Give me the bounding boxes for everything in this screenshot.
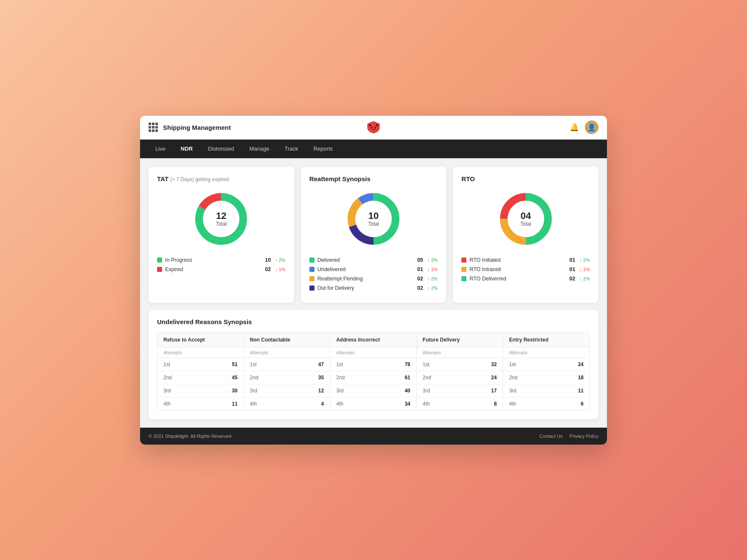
legend-reattempt-pending: Reattempt Pending 02 ↑ 2%: [309, 276, 438, 282]
legend-undelivered: Undelivered 01 ↓ 1%: [309, 266, 438, 272]
delivered-label: Delivered: [317, 257, 340, 263]
col-future-header: Future Delivery: [417, 333, 503, 347]
footer-contact[interactable]: Contact Us: [539, 434, 562, 439]
col-noncontact-row-3: 3rd12: [244, 384, 330, 398]
rto-legend: RTO Initiated 01 ↑ 2% RTO Intransit: [461, 257, 590, 285]
legend-item-expired: Expired 02 ↓ 1%: [157, 266, 286, 272]
col-address-row-3: 3rd40: [330, 384, 416, 398]
inprogress-dot: [157, 258, 162, 263]
expired-change: ↓ 1%: [275, 267, 285, 272]
svg-point-1: [374, 127, 376, 129]
rto-donut-wrapper: 04 Total RTO Initiated 01 ↑: [461, 189, 590, 285]
undelivered-count: 01: [415, 266, 423, 272]
col-refuse-row-3: 3rd30: [157, 384, 244, 398]
avatar[interactable]: 👤: [585, 120, 598, 134]
tat-card-subtitle: (> 7 Days) getting expired: [170, 176, 229, 182]
col-address: Address Incorrect Attempts 1st78 2nd61 3…: [330, 333, 417, 410]
legend-rto-intransit: RTO Intransit 01 ↓ 1%: [461, 266, 590, 272]
out-for-delivery-dot: [309, 286, 315, 291]
delivered-change: ↑ 2%: [427, 258, 438, 263]
nav-manage[interactable]: Manage: [242, 143, 276, 154]
reattempt-donut-label: 10 Total: [368, 210, 379, 227]
header-right: 🔔 👤: [570, 120, 598, 134]
notification-icon[interactable]: 🔔: [570, 123, 579, 132]
rto-donut-label: 04 Total: [520, 210, 531, 227]
nav-reports[interactable]: Reports: [306, 143, 340, 154]
inprogress-change: ↑ 2%: [275, 258, 285, 263]
undelivered-label: Undelivered: [317, 266, 346, 272]
grid-menu-icon[interactable]: [149, 123, 158, 132]
expired-label: Expired: [165, 266, 183, 272]
rto-donut: 04 Total: [496, 189, 556, 249]
inprogress-label: In Progress: [165, 257, 192, 263]
col-entry-row-3: 3rd11: [503, 384, 590, 398]
nav-live[interactable]: Live: [149, 143, 172, 154]
out-for-delivery-change: ↑ 2%: [427, 286, 438, 291]
col-refuse-row-1: 1st51: [157, 358, 244, 371]
footer-privacy[interactable]: Privacy Policy: [570, 434, 598, 439]
rto-intransit-dot: [461, 267, 466, 272]
col-future: Future Delivery Attempts 1st32 2nd24 3rd…: [417, 333, 503, 410]
col-entry-row-1: 1st24: [503, 358, 590, 371]
svg-point-0: [371, 127, 373, 129]
legend-delivered: Delivered 05 ↑ 2%: [309, 257, 438, 263]
logo-icon: [366, 120, 381, 134]
nav-ndr[interactable]: NDR: [174, 143, 199, 154]
col-entry: Entry Restricted Attempts 1st24 2nd18 3r…: [503, 333, 590, 410]
reattempt-pending-label: Reattempt Pending: [317, 276, 363, 282]
legend-rto-initiated: RTO Initiated 01 ↑ 2%: [461, 257, 590, 263]
tat-total-num: 12: [216, 210, 227, 221]
col-address-sub: Attempts: [330, 347, 416, 358]
rto-delivered-count: 02: [567, 276, 576, 282]
cards-row: TAT (> 7 Days) getting expired 12 Total: [149, 167, 598, 303]
col-noncontact-header: Non Contactable: [244, 333, 330, 347]
tat-card: TAT (> 7 Days) getting expired 12 Total: [149, 167, 294, 303]
col-future-row-4: 4th8: [417, 398, 503, 410]
out-for-delivery-count: 02: [415, 285, 423, 291]
rto-intransit-change: ↓ 1%: [580, 267, 590, 272]
nav-track[interactable]: Track: [278, 143, 305, 154]
col-noncontact: Non Contactable Attempts 1st47 2nd35 3rd…: [244, 333, 331, 410]
reattempt-pending-change: ↑ 2%: [427, 276, 438, 281]
expired-dot: [157, 267, 162, 272]
col-address-header: Address Incorrect: [330, 333, 416, 347]
footer-links: Contact Us Privacy Policy: [539, 434, 598, 439]
delivered-dot: [309, 258, 315, 263]
col-entry-row-2: 2nd18: [503, 371, 590, 384]
col-address-row-4: 4th34: [330, 398, 416, 410]
reattempt-pending-dot: [309, 276, 315, 281]
reattempt-donut-wrapper: 10 Total Delivered 05 ↑ 2%: [309, 189, 438, 294]
rto-initiated-label: RTO Initiated: [469, 257, 500, 263]
tat-donut: 12 Total: [191, 189, 251, 249]
undelivered-section: Undelivered Reasons Synopsis Refuse to A…: [149, 310, 598, 419]
footer: © 2021 Shipdelight. All Rights Reserved …: [140, 428, 607, 445]
legend-item-inprogress: In Progress 10 ↑ 2%: [157, 257, 286, 263]
col-noncontact-row-4: 4th4: [244, 398, 330, 410]
rto-card: RTO 04 Total: [453, 167, 598, 303]
reattempt-card-title: Reattempt Synopsis: [309, 175, 438, 182]
undelivered-dot: [309, 267, 315, 272]
col-future-row-3: 3rd17: [417, 384, 503, 398]
reattempt-pending-count: 02: [415, 276, 423, 282]
tat-card-title: TAT (> 7 Days) getting expired: [157, 175, 286, 182]
tat-donut-wrapper: 12 Total In Progress 10 ↑ 2%: [157, 189, 286, 276]
undelivered-change: ↓ 1%: [427, 267, 438, 272]
app-title: Shipping Management: [163, 124, 231, 131]
nav-distressed[interactable]: Distressed: [201, 143, 241, 154]
col-noncontact-row-2: 2nd35: [244, 371, 330, 384]
undelivered-grid: Refuse to Accept Attempts 1st51 2nd45 3r…: [157, 332, 590, 411]
rto-initiated-dot: [461, 258, 466, 263]
rto-intransit-count: 01: [567, 266, 576, 272]
col-refuse-header: Refuse to Accept: [157, 333, 244, 347]
reattempt-card: Reattempt Synopsis: [301, 167, 447, 303]
tat-legend: In Progress 10 ↑ 2% Expired: [157, 257, 286, 276]
footer-copyright: © 2021 Shipdelight. All Rights Reserved: [149, 434, 231, 439]
tat-total-label: Total: [216, 221, 227, 227]
col-refuse-sub: Attempts: [157, 347, 244, 358]
col-refuse-row-4: 4th11: [157, 398, 244, 410]
rto-delivered-change: ↑ 2%: [580, 276, 590, 281]
inprogress-count: 10: [262, 257, 271, 263]
rto-total-num: 04: [520, 210, 531, 221]
legend-out-for-delivery: Out for Delivery 02 ↑ 2%: [309, 285, 438, 291]
rto-delivered-dot: [461, 276, 466, 281]
